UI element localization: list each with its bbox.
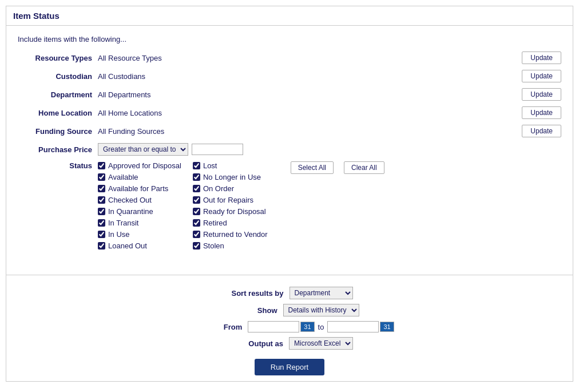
status-checkbox[interactable] xyxy=(98,196,105,204)
status-checkbox-label: Out for Repairs xyxy=(203,196,253,204)
resource-types-label: Resource Types xyxy=(18,54,98,62)
department-value: All Departments xyxy=(98,90,516,99)
purchase-price-condition-select[interactable]: Greater than or equal to Less than or eq… xyxy=(98,143,188,156)
status-checkbox-label: Checked Out xyxy=(108,196,152,204)
status-checkbox-label: Ready for Disposal xyxy=(203,207,266,216)
purchase-price-label: Purchase Price xyxy=(18,145,98,154)
clear-all-button[interactable]: Clear All xyxy=(344,161,384,174)
status-checkbox-label: Retired xyxy=(203,219,227,227)
status-checkbox[interactable] xyxy=(98,173,105,181)
status-checkbox[interactable] xyxy=(98,219,105,227)
status-checkbox-label: Returned to Vendor xyxy=(203,230,268,239)
status-checkbox[interactable] xyxy=(193,242,200,250)
status-checkbox[interactable] xyxy=(193,219,200,227)
list-item: On Order xyxy=(193,184,268,193)
custodian-value: All Custodians xyxy=(98,72,516,81)
list-item: Returned to Vendor xyxy=(193,230,268,239)
list-item: In Transit xyxy=(98,219,181,227)
sort-label: Sort results by xyxy=(227,289,290,298)
list-item: In Quarantine xyxy=(98,207,181,216)
status-checkbox[interactable] xyxy=(98,208,105,215)
panel-title: Item Status xyxy=(6,6,573,26)
list-item: Stolen xyxy=(193,241,268,250)
funding-source-update-button[interactable]: Update xyxy=(522,125,561,137)
to-date-input[interactable] xyxy=(327,321,379,332)
show-label: Show xyxy=(220,306,283,315)
department-update-button[interactable]: Update xyxy=(522,88,561,101)
status-checkbox[interactable] xyxy=(193,162,200,169)
to-label: to xyxy=(318,323,324,331)
list-item: Checked Out xyxy=(98,196,181,204)
include-header: Include items with the following... xyxy=(18,35,561,43)
status-checkbox-label: Lost xyxy=(203,161,217,170)
status-checkbox[interactable] xyxy=(193,231,200,238)
status-checkbox-label: In Quarantine xyxy=(108,207,153,216)
status-checkbox-label: Loaned Out xyxy=(108,241,147,250)
resource-types-update-button[interactable]: Update xyxy=(522,52,561,64)
custodian-label: Custodian xyxy=(18,72,98,81)
status-checkbox-label: Available for Parts xyxy=(108,184,168,193)
list-item: Ready for Disposal xyxy=(193,207,268,216)
list-item: Loaned Out xyxy=(98,241,181,250)
list-item: Approved for Disposal xyxy=(98,161,181,170)
status-checkbox-label: Approved for Disposal xyxy=(108,161,181,170)
select-all-button[interactable]: Select All xyxy=(291,161,334,174)
status-checkbox[interactable] xyxy=(193,173,200,181)
home-location-update-button[interactable]: Update xyxy=(522,106,561,119)
status-checkbox[interactable] xyxy=(98,185,105,192)
status-checkbox[interactable] xyxy=(98,242,105,250)
status-checkbox-label: In Transit xyxy=(108,219,138,227)
status-checkbox[interactable] xyxy=(193,185,200,192)
department-label: Department xyxy=(18,90,98,99)
list-item: Out for Repairs xyxy=(193,196,268,204)
status-checkbox-label: No Longer in Use xyxy=(203,173,261,181)
custodian-update-button[interactable]: Update xyxy=(522,70,561,82)
status-checkbox-label: On Order xyxy=(203,184,234,193)
funding-source-label: Funding Source xyxy=(18,127,98,136)
output-select[interactable]: Microsoft Excel PDF CSV xyxy=(289,337,353,350)
list-item: Available xyxy=(98,173,181,181)
home-location-label: Home Location xyxy=(18,109,98,117)
status-checkbox-label: Stolen xyxy=(203,241,224,250)
resource-types-value: All Resource Types xyxy=(98,54,516,62)
to-calendar-button[interactable]: 31 xyxy=(380,322,394,332)
output-label: Output as xyxy=(226,339,289,348)
from-label: From xyxy=(185,323,248,331)
list-item: Retired xyxy=(193,219,268,227)
from-date-input[interactable] xyxy=(248,321,299,332)
status-label: Status xyxy=(18,161,98,170)
list-item: In Use xyxy=(98,230,181,239)
status-checkbox-label: In Use xyxy=(108,230,130,239)
status-checkbox[interactable] xyxy=(98,231,105,238)
home-location-value: All Home Locations xyxy=(98,109,516,117)
status-checkbox[interactable] xyxy=(98,162,105,169)
status-checkbox[interactable] xyxy=(193,196,200,204)
purchase-price-input[interactable] xyxy=(192,144,243,155)
funding-source-value: All Funding Sources xyxy=(98,127,516,136)
from-calendar-button[interactable]: 31 xyxy=(300,322,314,332)
status-checkbox-label: Available xyxy=(108,173,138,181)
run-report-button[interactable]: Run Report xyxy=(255,359,324,375)
status-checkbox[interactable] xyxy=(193,208,200,215)
list-item: Available for Parts xyxy=(98,184,181,193)
list-item: Lost xyxy=(193,161,268,170)
list-item: No Longer in Use xyxy=(193,173,268,181)
show-select[interactable]: Details with History Details Summary xyxy=(283,304,359,316)
sort-select[interactable]: Department Custodian Home Location Resou… xyxy=(290,287,353,299)
